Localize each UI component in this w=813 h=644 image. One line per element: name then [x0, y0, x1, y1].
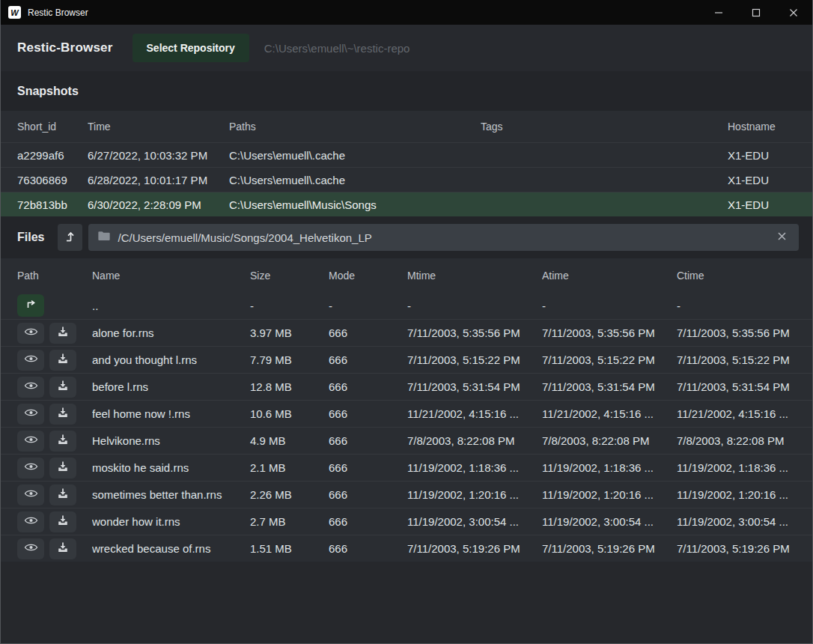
minimize-button[interactable]: [700, 0, 737, 25]
download-file-button[interactable]: [49, 458, 76, 479]
snap-col-time: Time: [88, 121, 229, 133]
wails-logo-icon: W: [8, 6, 21, 19]
parent-directory-button[interactable]: [58, 224, 82, 251]
parent-row-mode: -: [329, 300, 407, 312]
file-atime: 7/11/2003, 5:31:54 PM: [542, 380, 677, 393]
preview-file-button[interactable]: [17, 484, 44, 505]
snapshot-hostname: X1-EDU: [728, 174, 812, 186]
download-file-button[interactable]: [49, 323, 76, 344]
file-mtime: 7/11/2003, 5:31:54 PM: [407, 380, 542, 393]
eye-icon: [24, 542, 38, 555]
snapshot-row[interactable]: 76306869 6/28/2022, 10:01:17 PM C:\Users…: [1, 167, 812, 192]
snap-col-tags: Tags: [481, 121, 728, 133]
eye-icon: [24, 326, 38, 339]
download-file-button[interactable]: [49, 538, 76, 559]
file-name: feel home now !.rns: [92, 407, 250, 420]
file-col-size: Size: [250, 270, 329, 282]
eye-icon: [24, 380, 38, 393]
file-row: wonder how it.rns 2.7 MB 666 11/19/2002,…: [1, 508, 812, 535]
file-name: moskito he said.rns: [92, 461, 250, 474]
file-name: before l.rns: [92, 380, 250, 393]
file-mtime: 7/11/2003, 5:19:26 PM: [407, 542, 542, 555]
snapshot-time: 6/27/2022, 10:03:32 PM: [88, 149, 229, 162]
preview-file-button[interactable]: [17, 511, 44, 532]
repository-path: C:\Users\emuell\~\restic-repo: [264, 42, 410, 55]
download-file-button[interactable]: [49, 484, 76, 505]
snapshots-table-header: Short_id Time Paths Tags Hostname: [1, 111, 812, 142]
file-mtime: 7/8/2003, 8:22:08 PM: [407, 434, 542, 447]
file-mode: 666: [329, 353, 407, 366]
preview-file-button[interactable]: [17, 323, 44, 344]
file-row: before l.rns 12.8 MB 666 7/11/2003, 5:31…: [1, 373, 812, 400]
download-file-button[interactable]: [49, 377, 76, 398]
file-mtime: 11/19/2002, 1:20:16 ...: [407, 488, 542, 501]
folder-icon: [97, 230, 111, 245]
open-parent-button[interactable]: [17, 294, 44, 317]
file-mode: 666: [329, 326, 407, 339]
snap-col-hostname: Hostname: [728, 121, 812, 133]
minimize-icon: [714, 8, 723, 17]
parent-row-ctime: -: [677, 300, 812, 312]
download-file-button[interactable]: [49, 511, 76, 532]
preview-file-button[interactable]: [17, 377, 44, 398]
file-name: wonder how it.rns: [92, 515, 250, 528]
snap-col-short-id: Short_id: [17, 121, 88, 133]
download-icon: [57, 380, 69, 394]
eye-icon: [24, 353, 38, 366]
snapshots-section-header: Snapshots: [1, 71, 812, 111]
file-mode: 666: [329, 407, 407, 420]
file-name: Helvikone.rns: [92, 434, 250, 447]
file-col-mode: Mode: [329, 270, 407, 282]
file-col-atime: Atime: [542, 270, 677, 282]
file-mode: 666: [329, 488, 407, 501]
file-size: 7.79 MB: [250, 353, 329, 366]
parent-directory-row: .. - - - - -: [1, 292, 812, 319]
file-ctime: 7/8/2003, 8:22:08 PM: [677, 434, 812, 447]
file-atime: 11/21/2002, 4:15:16 ...: [542, 407, 677, 420]
close-button[interactable]: [775, 0, 812, 25]
select-repository-button[interactable]: Select Repository: [133, 34, 249, 62]
preview-file-button[interactable]: [17, 404, 44, 425]
preview-file-button[interactable]: [17, 458, 44, 479]
download-file-button[interactable]: [49, 350, 76, 371]
file-size: 12.8 MB: [250, 380, 329, 393]
file-size: 4.9 MB: [250, 434, 329, 447]
file-size: 2.1 MB: [250, 461, 329, 474]
app-title: Restic-Browser: [17, 40, 113, 55]
file-ctime: 7/11/2003, 5:19:26 PM: [677, 542, 812, 555]
file-atime: 7/8/2003, 8:22:08 PM: [542, 434, 677, 447]
titlebar: W Restic Browser: [1, 0, 812, 25]
preview-file-button[interactable]: [17, 538, 44, 559]
snapshot-hostname: X1-EDU: [728, 149, 812, 162]
preview-file-button[interactable]: [17, 350, 44, 371]
download-icon: [57, 487, 69, 502]
maximize-icon: [752, 8, 761, 17]
parent-row-atime: -: [542, 300, 677, 312]
file-mode: 666: [329, 461, 407, 474]
download-icon: [57, 461, 69, 475]
parent-row-name: ..: [92, 300, 250, 312]
file-mtime: 7/11/2003, 5:15:22 PM: [407, 353, 542, 366]
file-row: sometimes better than.rns 2.26 MB 666 11…: [1, 481, 812, 508]
snapshot-short-id: 72b813bb: [17, 198, 88, 211]
file-col-path: Path: [17, 270, 92, 282]
download-icon: [57, 514, 69, 529]
snapshot-row[interactable]: a2299af6 6/27/2022, 10:03:32 PM C:\Users…: [1, 142, 812, 167]
window-controls: [700, 0, 812, 25]
file-size: 2.7 MB: [250, 515, 329, 528]
preview-file-button[interactable]: [17, 431, 44, 452]
file-size: 3.97 MB: [250, 326, 329, 339]
file-name: sometimes better than.rns: [92, 488, 250, 501]
download-file-button[interactable]: [49, 404, 76, 425]
download-icon: [57, 326, 69, 340]
file-mode: 666: [329, 542, 407, 555]
elbow-arrow-right-icon: [24, 298, 37, 314]
clear-path-button[interactable]: [774, 230, 790, 245]
snapshot-row[interactable]: 72b813bb 6/30/2022, 2:28:09 PM C:\Users\…: [1, 192, 812, 216]
snapshot-hostname: X1-EDU: [728, 198, 812, 211]
maximize-button[interactable]: [737, 0, 775, 25]
file-size: 1.51 MB: [250, 542, 329, 555]
file-mode: 666: [329, 515, 407, 528]
current-path-input[interactable]: /C/Users/emuell/Music/Songs/2004_Helveti…: [88, 224, 799, 251]
download-file-button[interactable]: [49, 431, 76, 452]
